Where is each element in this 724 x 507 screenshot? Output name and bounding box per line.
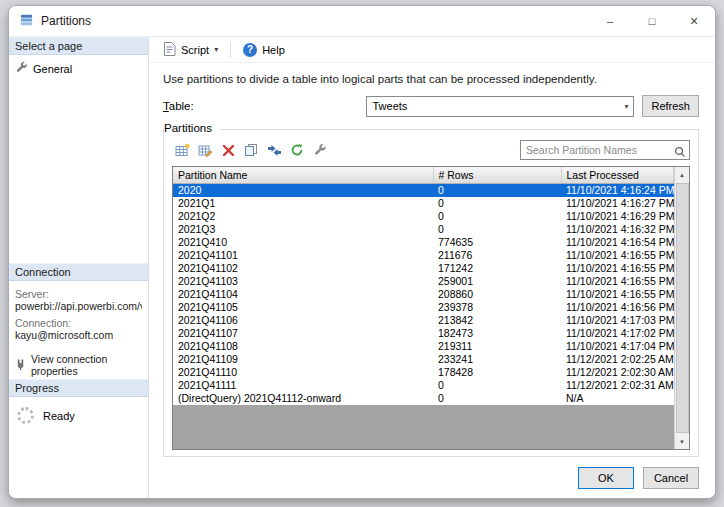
new-partition-icon[interactable] xyxy=(172,141,192,160)
vertical-scrollbar[interactable]: ▲ ▼ xyxy=(674,167,689,449)
maximize-button[interactable]: □ xyxy=(631,6,673,36)
delete-partition-icon[interactable] xyxy=(218,141,238,160)
table-cell[interactable]: 2021Q41111 xyxy=(173,379,433,392)
table-row[interactable]: 2021Q4110420886011/10/2021 4:16:55 PM xyxy=(173,288,674,301)
table-cell[interactable]: 211676 xyxy=(433,249,561,262)
table-cell[interactable]: 213842 xyxy=(433,314,561,327)
edit-partition-icon[interactable] xyxy=(195,141,215,160)
table-cell[interactable]: 11/12/2021 2:02:25 AM xyxy=(561,353,674,366)
table-cell[interactable]: 11/10/2021 4:16:55 PM xyxy=(561,249,674,262)
table-cell[interactable]: 2021Q41103 xyxy=(173,275,433,288)
table-cell[interactable]: 2021Q1 xyxy=(173,197,433,210)
table-cell[interactable]: 2021Q41108 xyxy=(173,340,433,353)
table-cell[interactable]: 0 xyxy=(433,184,561,198)
table-cell[interactable]: 2021Q3 xyxy=(173,223,433,236)
table-cell[interactable]: 259001 xyxy=(433,275,561,288)
column-header-last-processed[interactable]: Last Processed xyxy=(561,167,674,184)
refresh-button[interactable]: Refresh xyxy=(642,95,699,117)
table-cell[interactable]: 2021Q41110 xyxy=(173,366,433,379)
table-cell[interactable]: 11/10/2021 4:17:02 PM xyxy=(561,327,674,340)
table-cell[interactable]: 2020 xyxy=(173,184,433,198)
table-cell[interactable]: 11/10/2021 4:16:54 PM xyxy=(561,236,674,249)
table-cell[interactable]: 0 xyxy=(433,197,561,210)
table-cell[interactable]: 11/10/2021 4:16:24 PM xyxy=(561,184,674,198)
table-row[interactable]: 2021Q3011/10/2021 4:16:32 PM xyxy=(173,223,674,236)
table-cell[interactable]: 0 xyxy=(433,210,561,223)
process-partition-icon[interactable] xyxy=(287,141,307,160)
table-row[interactable]: 2021Q4110217124211/10/2021 4:16:55 PM xyxy=(173,262,674,275)
close-button[interactable]: × xyxy=(673,6,715,36)
progress-header: Progress xyxy=(9,379,148,397)
script-button[interactable]: Script ▾ xyxy=(157,39,224,61)
table-dropdown[interactable]: Tweets ▾ xyxy=(366,96,634,117)
maximize-icon: □ xyxy=(649,15,656,27)
search-input[interactable] xyxy=(520,140,690,160)
table-row[interactable]: 2021Q4110621384211/10/2021 4:17:03 PM xyxy=(173,314,674,327)
table-cell[interactable]: 2021Q41109 xyxy=(173,353,433,366)
table-cell[interactable]: 11/12/2021 2:02:31 AM xyxy=(561,379,674,392)
table-cell[interactable]: 11/10/2021 4:16:29 PM xyxy=(561,210,674,223)
table-cell[interactable]: 2021Q41106 xyxy=(173,314,433,327)
copy-partition-icon[interactable] xyxy=(241,141,261,160)
table-row[interactable]: 2021Q41077463511/10/2021 4:16:54 PM xyxy=(173,236,674,249)
sidebar-item-general[interactable]: General xyxy=(9,55,148,76)
table-cell[interactable]: 2021Q2 xyxy=(173,210,433,223)
table-cell[interactable]: 171242 xyxy=(433,262,561,275)
table-row[interactable]: 2021Q4110325900111/10/2021 4:16:55 PM xyxy=(173,275,674,288)
table-row[interactable]: 2021Q4110523937811/10/2021 4:16:56 PM xyxy=(173,301,674,314)
table-cell[interactable]: 219311 xyxy=(433,340,561,353)
table-row[interactable]: 2021Q1011/10/2021 4:16:27 PM xyxy=(173,197,674,210)
scroll-down-icon[interactable]: ▼ xyxy=(675,434,689,449)
table-cell[interactable]: 11/10/2021 4:17:03 PM xyxy=(561,314,674,327)
table-row[interactable]: 2021Q2011/10/2021 4:16:29 PM xyxy=(173,210,674,223)
table-cell[interactable]: 11/10/2021 4:16:55 PM xyxy=(561,262,674,275)
table-cell[interactable]: (DirectQuery) 2021Q41112-onward xyxy=(173,392,433,405)
table-cell[interactable]: 774635 xyxy=(433,236,561,249)
column-header-rows[interactable]: # Rows xyxy=(433,167,561,184)
table-row[interactable]: 2021Q4110718247311/10/2021 4:17:02 PM xyxy=(173,327,674,340)
help-button[interactable]: ? Help xyxy=(237,40,291,60)
table-row[interactable]: 2021Q4111017842811/12/2021 2:02:30 AM xyxy=(173,366,674,379)
help-icon: ? xyxy=(243,43,257,57)
table-cell[interactable]: 2021Q41102 xyxy=(173,262,433,275)
table-row[interactable]: 2020011/10/2021 4:16:24 PM xyxy=(173,184,674,198)
table-cell[interactable]: 11/10/2021 4:16:55 PM xyxy=(561,288,674,301)
table-row[interactable]: 2021Q41111011/12/2021 2:02:31 AM xyxy=(173,379,674,392)
table-cell[interactable]: 2021Q41104 xyxy=(173,288,433,301)
view-connection-properties-link[interactable]: View connection properties xyxy=(15,353,142,377)
table-cell[interactable]: 208860 xyxy=(433,288,561,301)
table-cell[interactable]: 11/12/2021 2:02:30 AM xyxy=(561,366,674,379)
ok-button[interactable]: OK xyxy=(578,467,634,489)
window-controls: – □ × xyxy=(589,6,715,36)
table-cell[interactable]: 2021Q410 xyxy=(173,236,433,249)
script-dropdown-icon[interactable]: ▾ xyxy=(214,45,218,54)
merge-partition-icon[interactable] xyxy=(264,141,284,160)
minimize-button[interactable]: – xyxy=(589,6,631,36)
table-cell[interactable]: 11/10/2021 4:17:04 PM xyxy=(561,340,674,353)
table-row[interactable]: 2021Q4110121167611/10/2021 4:16:55 PM xyxy=(173,249,674,262)
table-row[interactable]: 2021Q4110821931111/10/2021 4:17:04 PM xyxy=(173,340,674,353)
table-cell[interactable]: 0 xyxy=(433,392,561,405)
table-cell[interactable]: N/A xyxy=(561,392,674,405)
table-cell[interactable]: 2021Q41105 xyxy=(173,301,433,314)
table-cell[interactable]: 11/10/2021 4:16:56 PM xyxy=(561,301,674,314)
table-cell[interactable]: 239378 xyxy=(433,301,561,314)
table-cell[interactable]: 178428 xyxy=(433,366,561,379)
table-cell[interactable]: 2021Q41107 xyxy=(173,327,433,340)
scroll-thumb[interactable] xyxy=(676,183,689,433)
title-bar[interactable]: Partitions – □ × xyxy=(9,6,715,36)
table-cell[interactable]: 11/10/2021 4:16:55 PM xyxy=(561,275,674,288)
table-row[interactable]: (DirectQuery) 2021Q41112-onward0N/A xyxy=(173,392,674,405)
table-cell[interactable]: 11/10/2021 4:16:32 PM xyxy=(561,223,674,236)
cancel-button[interactable]: Cancel xyxy=(643,467,699,489)
table-cell[interactable]: 0 xyxy=(433,379,561,392)
table-cell[interactable]: 11/10/2021 4:16:27 PM xyxy=(561,197,674,210)
column-header-partition-name[interactable]: Partition Name xyxy=(173,167,433,184)
table-cell[interactable]: 2021Q41101 xyxy=(173,249,433,262)
table-cell[interactable]: 0 xyxy=(433,223,561,236)
scroll-up-icon[interactable]: ▲ xyxy=(675,167,689,182)
partition-properties-icon[interactable] xyxy=(310,141,330,160)
table-cell[interactable]: 233241 xyxy=(433,353,561,366)
table-row[interactable]: 2021Q4110923324111/12/2021 2:02:25 AM xyxy=(173,353,674,366)
table-cell[interactable]: 182473 xyxy=(433,327,561,340)
